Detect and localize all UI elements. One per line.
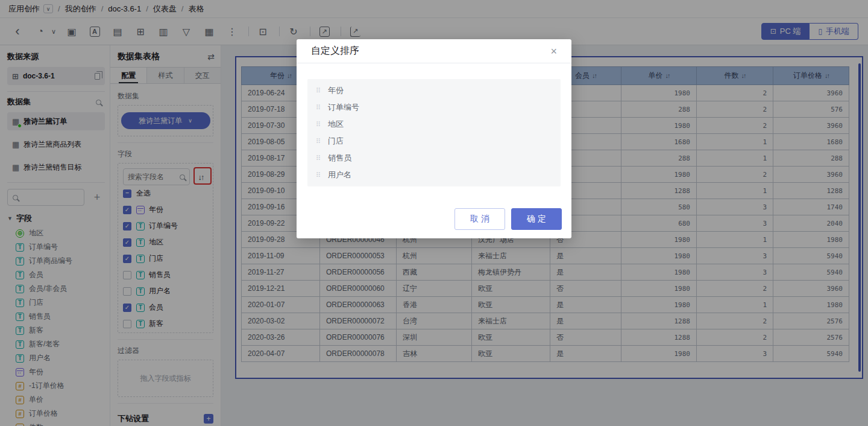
drag-handle-icon[interactable]: ⠿ xyxy=(316,104,321,112)
drag-handle-icon[interactable]: ⠿ xyxy=(316,171,321,179)
drag-handle-icon[interactable]: ⠿ xyxy=(316,138,321,145)
sort-item[interactable]: ⠿ 销售员 xyxy=(307,150,561,167)
close-icon[interactable]: × xyxy=(550,46,557,57)
sort-item[interactable]: ⠿ 订单编号 xyxy=(307,99,561,116)
drag-handle-icon[interactable]: ⠿ xyxy=(316,154,321,162)
cancel-button[interactable]: 取 消 xyxy=(454,208,505,230)
sort-item[interactable]: ⠿ 地区 xyxy=(307,116,561,133)
custom-sort-modal: 自定义排序 × ⠿ 年份 ⠿ 订单编号 ⠿ 地区 ⠿ 门店 xyxy=(297,39,571,238)
modal-title: 自定义排序 xyxy=(311,45,359,57)
sort-item[interactable]: ⠿ 门店 xyxy=(307,133,561,150)
sort-item[interactable]: ⠿ 用户名 xyxy=(307,167,561,183)
confirm-button[interactable]: 确 定 xyxy=(511,208,562,230)
drag-handle-icon[interactable]: ⠿ xyxy=(316,87,321,95)
sort-item[interactable]: ⠿ 年份 xyxy=(307,82,561,99)
sort-item-list: ⠿ 年份 ⠿ 订单编号 ⠿ 地区 ⠿ 门店 ⠿ 销售员 xyxy=(307,79,561,186)
drag-handle-icon[interactable]: ⠿ xyxy=(316,121,321,129)
